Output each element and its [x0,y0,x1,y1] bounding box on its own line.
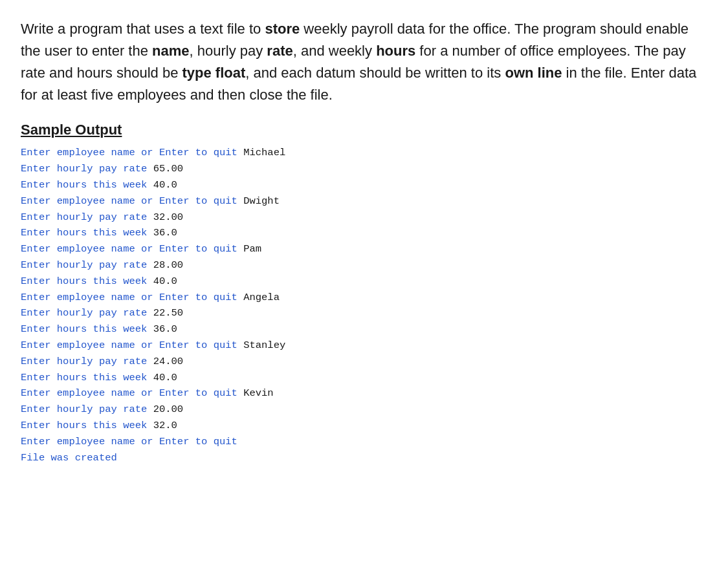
output-prompt: Enter employee name or Enter to quit [21,387,243,399]
output-line: Enter hourly pay rate 24.00 [21,354,707,370]
output-line: Enter hourly pay rate 22.50 [21,305,707,321]
output-user-input: 40.0 [153,275,177,287]
output-user-input: Michael [243,147,285,158]
output-line: Enter hourly pay rate 65.00 [21,161,707,177]
output-prompt: Enter hourly pay rate [21,259,153,271]
output-user-input: Angela [243,292,280,303]
output-prompt: Enter hours this week [21,323,153,335]
sample-output-heading: Sample Output [21,122,707,138]
output-line: Enter hours this week 40.0 [21,274,707,290]
output-prompt: Enter hours this week [21,372,153,383]
output-line: Enter hours this week 36.0 [21,321,707,338]
output-prompt: Enter hours this week [21,179,153,191]
output-user-input: 32.0 [153,420,177,431]
output-user-input: Pam [243,243,261,255]
output-line: Enter hourly pay rate 20.00 [21,402,707,418]
output-prompt: Enter employee name or Enter to quit [21,436,237,447]
output-user-input: 36.0 [153,227,177,239]
output-line: Enter hours this week 32.0 [21,418,707,434]
output-user-input: 20.00 [153,404,184,415]
output-user-input: 24.00 [153,356,184,367]
output-line: Enter hourly pay rate 32.00 [21,210,707,226]
output-prompt: Enter hourly pay rate [21,211,153,223]
output-line: Enter employee name or Enter to quit Sta… [21,338,707,354]
output-prompt: Enter employee name or Enter to quit [21,339,243,351]
output-line: Enter employee name or Enter to quit [21,434,707,450]
output-prompt: Enter employee name or Enter to quit [21,292,243,303]
output-user-input: Dwight [243,195,280,207]
output-prompt: File was created [21,452,117,464]
output-prompt: Enter employee name or Enter to quit [21,243,243,255]
problem-description: Write a program that uses a text file to… [21,18,707,106]
output-prompt: Enter hourly pay rate [21,404,153,415]
output-user-input: 40.0 [153,179,177,191]
output-prompt: Enter hourly pay rate [21,356,153,367]
output-user-input: 22.50 [153,307,184,319]
output-prompt: Enter hourly pay rate [21,307,153,319]
output-prompt: Enter hours this week [21,275,153,287]
output-user-input: 28.00 [153,259,184,271]
output-prompt: Enter employee name or Enter to quit [21,147,243,158]
output-prompt: Enter hours this week [21,420,153,431]
output-line: Enter employee name or Enter to quit Kev… [21,385,707,402]
output-line: Enter employee name or Enter to quit Pam [21,241,707,257]
output-line: Enter hourly pay rate 28.00 [21,257,707,274]
output-prompt: Enter hourly pay rate [21,163,153,175]
output-line: Enter employee name or Enter to quit Ang… [21,290,707,306]
output-line: Enter hours this week 40.0 [21,177,707,193]
output-user-input: Kevin [243,387,274,399]
sample-output-block: Enter employee name or Enter to quit Mic… [21,145,707,466]
output-line: Enter hours this week 36.0 [21,225,707,241]
output-user-input: 40.0 [153,372,177,383]
output-line: Enter hours this week 40.0 [21,370,707,386]
output-prompt: Enter hours this week [21,227,153,239]
output-prompt: Enter employee name or Enter to quit [21,195,243,207]
output-line: Enter employee name or Enter to quit Mic… [21,145,707,161]
output-user-input: 36.0 [153,323,177,335]
output-user-input: Stanley [243,339,285,351]
output-line: Enter employee name or Enter to quit Dwi… [21,193,707,210]
output-user-input: 65.00 [153,163,184,175]
output-user-input: 32.00 [153,211,184,223]
output-line: File was created [21,450,707,466]
